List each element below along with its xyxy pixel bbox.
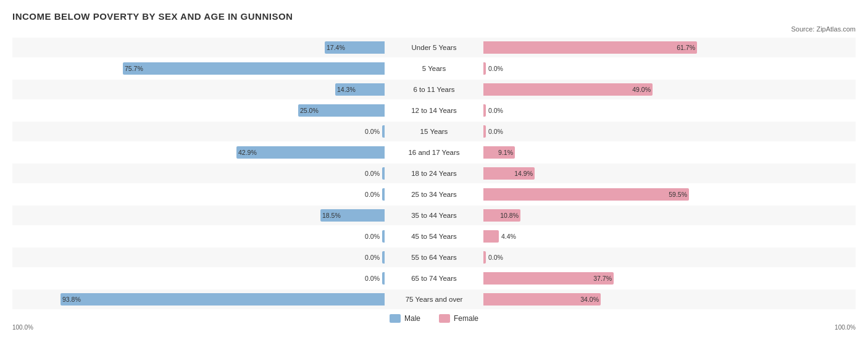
chart-row: 0.0% 15 Years 0.0% — [12, 122, 856, 141]
male-value-label-inside: 25.0% — [298, 107, 319, 114]
male-value-label-inside: 18.5% — [320, 212, 341, 219]
age-group-label: Under 5 Years — [385, 44, 483, 51]
male-legend-box — [390, 314, 401, 323]
female-value-label-inside: 61.7% — [677, 44, 697, 51]
chart-title: INCOME BELOW POVERTY BY SEX AND AGE IN G… — [12, 11, 856, 22]
bars-wrapper: 25.0% 12 to 14 Years 0.0% — [12, 102, 856, 119]
age-group-label: 16 and 17 Years — [385, 149, 483, 156]
left-side: 14.3% — [12, 81, 385, 98]
right-side: 0.0% — [483, 123, 856, 140]
legend: Male Female — [12, 314, 856, 323]
age-group-label: 18 to 24 Years — [385, 170, 483, 177]
right-side: 14.9% — [483, 165, 856, 182]
chart-row: 42.9% 16 and 17 Years 9.1% — [12, 143, 856, 162]
female-value-label-inside: 34.0% — [580, 296, 601, 303]
axis-left: 100.0% — [12, 324, 385, 331]
axis-right: 100.0% — [483, 324, 856, 331]
bars-wrapper: 17.4% Under 5 Years 61.7% — [12, 39, 856, 56]
male-value-label-inside: 17.4% — [325, 44, 345, 51]
bars-wrapper: 0.0% 55 to 64 Years 0.0% — [12, 249, 856, 266]
chart-row: 93.8% 75 Years and over 34.0% — [12, 289, 856, 309]
male-bar: 14.3% — [335, 83, 385, 96]
right-side: 0.0% — [483, 60, 856, 77]
male-value-label-inside: 93.8% — [61, 296, 81, 303]
right-side: 49.0% — [483, 81, 856, 98]
female-value-label-inside: 10.8% — [500, 212, 520, 219]
chart-row: 0.0% 45 to 54 Years 4.4% — [12, 227, 856, 246]
right-side: 61.7% — [483, 39, 856, 56]
right-side: 0.0% — [483, 102, 856, 119]
female-value-label: 0.0% — [488, 65, 503, 72]
male-value-label-inside: 14.3% — [335, 86, 356, 93]
female-value-label: 0.0% — [488, 128, 503, 135]
male-bar: 42.9% — [236, 146, 385, 159]
right-side: 37.7% — [483, 270, 856, 287]
bars-wrapper: 75.7% 5 Years 0.0% — [12, 60, 856, 77]
source-line: Source: ZipAtlas.com — [12, 25, 856, 33]
left-side: 93.8% — [12, 291, 385, 308]
chart-row: 14.3% 6 to 11 Years 49.0% — [12, 80, 856, 99]
age-group-label: 6 to 11 Years — [385, 86, 483, 93]
female-bar — [483, 62, 486, 75]
right-side: 4.4% — [483, 228, 856, 245]
male-value-label: 0.0% — [365, 170, 380, 177]
chart-row: 0.0% 25 to 34 Years 59.5% — [12, 185, 856, 204]
female-value-label-inside: 14.9% — [514, 170, 535, 177]
female-bar: 34.0% — [483, 293, 601, 306]
chart-container: INCOME BELOW POVERTY BY SEX AND AGE IN G… — [0, 0, 868, 345]
male-value-label: 0.0% — [365, 275, 380, 282]
bars-wrapper: 0.0% 15 Years 0.0% — [12, 123, 856, 140]
male-bar: 25.0% — [298, 104, 385, 117]
age-group-label: 45 to 54 Years — [385, 233, 483, 240]
female-bar — [483, 125, 486, 138]
left-side: 25.0% — [12, 102, 385, 119]
bars-wrapper: 93.8% 75 Years and over 34.0% — [12, 291, 856, 308]
left-side: 0.0% — [12, 123, 385, 140]
male-value-label-inside: 75.7% — [123, 65, 143, 72]
bars-wrapper: 0.0% 25 to 34 Years 59.5% — [12, 186, 856, 203]
chart-row: 0.0% 55 to 64 Years 0.0% — [12, 247, 856, 267]
female-legend-label: Female — [454, 314, 478, 323]
chart-row: 75.7% 5 Years 0.0% — [12, 59, 856, 78]
male-bar: 75.7% — [123, 62, 385, 75]
left-side: 17.4% — [12, 39, 385, 56]
age-group-label: 55 to 64 Years — [385, 254, 483, 261]
female-value-label-inside: 59.5% — [669, 191, 689, 198]
left-side: 0.0% — [12, 249, 385, 266]
female-value-label: 4.4% — [501, 233, 516, 240]
female-bar: 49.0% — [483, 83, 653, 96]
female-bar: 61.7% — [483, 41, 697, 54]
male-legend-label: Male — [404, 314, 420, 323]
right-side: 0.0% — [483, 249, 856, 266]
male-value-label: 0.0% — [365, 254, 380, 261]
male-value-label: 0.0% — [365, 128, 380, 135]
female-bar: 9.1% — [483, 146, 515, 159]
chart-row: 25.0% 12 to 14 Years 0.0% — [12, 101, 856, 120]
female-bar — [483, 104, 486, 117]
female-bar: 59.5% — [483, 188, 689, 201]
chart-row: 17.4% Under 5 Years 61.7% — [12, 38, 856, 57]
female-value-label-inside: 37.7% — [593, 275, 614, 282]
right-side: 9.1% — [483, 144, 856, 161]
male-value-label: 0.0% — [365, 233, 380, 240]
female-value-label: 0.0% — [488, 107, 503, 114]
age-group-label: 25 to 34 Years — [385, 191, 483, 198]
chart-area: 17.4% Under 5 Years 61.7% 75.7% — [12, 38, 856, 309]
left-side: 0.0% — [12, 186, 385, 203]
axis-labels: 100.0% 100.0% — [12, 324, 856, 331]
male-bar: 17.4% — [325, 41, 385, 54]
female-bar — [483, 230, 499, 243]
left-side: 0.0% — [12, 270, 385, 287]
left-side: 75.7% — [12, 60, 385, 77]
female-value-label-inside: 9.1% — [498, 149, 515, 156]
age-group-label: 75 Years and over — [385, 296, 483, 303]
male-value-label-inside: 42.9% — [236, 149, 257, 156]
chart-row: 0.0% 65 to 74 Years 37.7% — [12, 268, 856, 288]
legend-female: Female — [439, 314, 478, 323]
age-group-label: 35 to 44 Years — [385, 212, 483, 219]
left-side: 18.5% — [12, 207, 385, 224]
female-bar: 37.7% — [483, 272, 614, 285]
right-side: 34.0% — [483, 291, 856, 308]
bars-wrapper: 42.9% 16 and 17 Years 9.1% — [12, 144, 856, 161]
left-side: 0.0% — [12, 165, 385, 182]
